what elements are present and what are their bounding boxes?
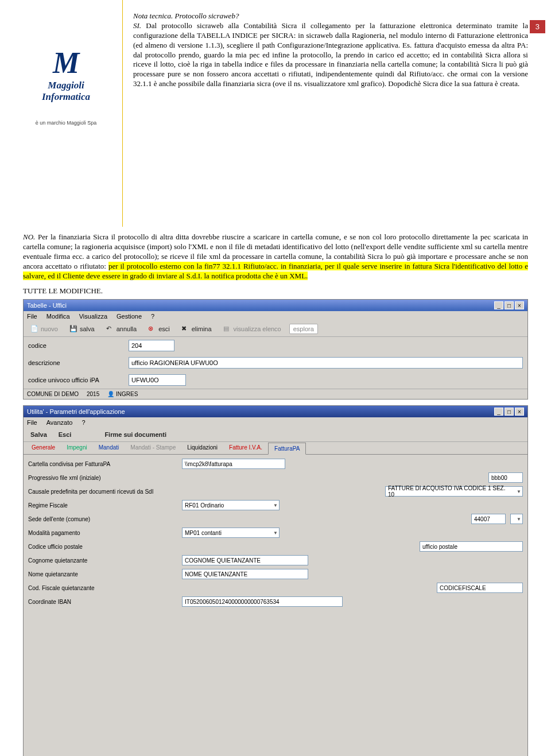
window-title: Tabelle - Uffici [27,302,67,309]
close-button[interactable]: × [515,408,524,416]
toolbar: Salva Esci Firme sui documenti [24,428,527,442]
tab-fatture-iva[interactable]: Fatture I.V.A. [223,442,268,454]
r2-input[interactable] [488,472,523,483]
r11-label: Coordinate IBAN [28,599,177,605]
r11-input[interactable] [182,596,343,607]
logo-brand: Maggioli Informatica [23,80,109,103]
exit-icon: ⊗ [148,325,156,333]
menu-modifica[interactable]: Modifica [46,313,70,320]
maximize-button[interactable]: □ [505,408,514,416]
r6-select[interactable]: MP01 contanti [182,528,280,538]
window-tabelle-uffici: Tabelle - Uffici _□× File Modifica Visua… [23,299,528,400]
status-anno: 2015 [87,391,99,397]
save-icon: 💾 [69,325,77,333]
esplora-button[interactable]: esplora [289,324,318,334]
r1-label: Cartella condivisa per FatturaPA [28,461,177,467]
titlebar: Tabelle - Uffici _□× [24,300,527,311]
esci-button[interactable]: ⊗esci [145,324,173,334]
esci-button[interactable]: Esci [55,430,75,439]
annulla-button[interactable]: ↶annulla [103,324,140,334]
page-number-badge: 3 [530,20,545,33]
menu-file[interactable]: File [27,313,37,320]
r5-lookup-button[interactable] [510,514,523,524]
titlebar: Utilita' - Parametri dell'applicazione _… [24,406,527,417]
tab-generale[interactable]: Generale [26,442,61,454]
window-controls: _□× [493,408,524,416]
new-icon: 📄 [30,325,38,333]
menu-help[interactable]: ? [151,313,154,320]
r1-input[interactable] [182,459,285,469]
list-icon: ▤ [223,325,231,333]
r4-label: Regime Fiscale [28,502,177,509]
close-button[interactable]: × [515,301,524,309]
r4-select[interactable]: RF01 Ordinario [182,500,280,510]
r10-label: Cod. Fiscale quietanzante [28,585,177,591]
r3-label: Causale predefinita per documenti ricevu… [28,489,177,495]
menu-gestione[interactable]: Gestione [117,313,142,320]
r6-label: Modalità pagamento [28,530,177,536]
r2-label: Progressivo file xml (iniziale) [28,475,177,481]
note-title: Nota tecnica. Protocollo sicraweb? [133,11,239,20]
elimina-button[interactable]: ✖elimina [178,324,215,334]
para1-text: Dal protocollo sicraweb alla Contabilità… [133,21,528,88]
visualizza-elenco-button[interactable]: ▤visualizza elenco [220,324,285,334]
r5-label: Sede dell'ente (comune) [28,516,177,522]
para2: NO. Per la finanziaria Sicra il protocol… [23,232,528,281]
undo-icon: ↶ [106,325,114,333]
tab-impegni[interactable]: Impegni [61,442,93,454]
menu-file[interactable]: File [27,419,37,426]
no-label: NO. [23,232,35,241]
logo-column: M Maggioli Informatica è un marchio Magg… [23,0,109,227]
window-parametri-applicazione: Utilita' - Parametri dell'applicazione _… [23,405,528,756]
r8-input[interactable] [182,555,308,565]
nuovo-button[interactable]: 📄nuovo [27,324,61,334]
logo-subtitle: è un marchio Maggioli Spa [23,120,109,126]
r10-input[interactable] [437,583,523,593]
codice-input[interactable] [129,340,174,351]
subhead-modifiche: TUTTE LE MODIFICHE. [23,286,528,296]
codice-label: codice [28,342,123,349]
tab-liquidazioni[interactable]: Liquidazioni [181,442,223,454]
descrizione-label: descrizione [28,359,123,366]
window-title: Utilita' - Parametri dell'applicazione [27,408,125,415]
r5-input[interactable] [471,514,506,524]
si-label: SI. [133,21,141,30]
r9-input[interactable] [182,569,308,579]
main-text-column: Nota tecnica. Protocollo sicraweb? SI. D… [133,0,528,227]
salva-button[interactable]: Salva [27,430,51,439]
menubar: File Modifica Visualizza Gestione ? [24,311,527,321]
r8-label: Cognome quietanzante [28,557,177,564]
menu-help[interactable]: ? [82,419,85,426]
tab-mandati[interactable]: Mandati [93,442,125,454]
window-controls: _□× [493,301,524,309]
salva-button[interactable]: 💾salva [66,324,98,334]
statusbar: COMUNE DI DEMO 2015 👤 INGRES [24,389,527,399]
maximize-button[interactable]: □ [505,301,514,309]
tab-strip: Generale Impegni Mandati Mandati - Stamp… [24,442,527,455]
menu-visualizza[interactable]: Visualizza [79,313,107,320]
vertical-rule [114,0,123,227]
tab-fatturapa[interactable]: FatturaPA [268,443,306,455]
menu-avanzato[interactable]: Avanzato [46,419,73,426]
r7-label: Codice ufficio postale [28,544,177,550]
minimize-button[interactable]: _ [494,408,503,416]
r3-select[interactable]: FATTURE DI ACQUISTO IVA CODICE 1 SEZ. 10 [385,486,523,497]
r9-label: Nome quietanzante [28,571,177,577]
toolbar: 📄nuovo 💾salva ↶annulla ⊗esci ✖elimina ▤v… [24,321,527,337]
menubar: File Avanzato ? [24,417,527,428]
ipa-input[interactable] [129,374,186,386]
logo-m-icon: M [23,46,109,80]
tab-mandati-stampe[interactable]: Mandati - Stampe [125,442,181,454]
ipa-label: codice univoco ufficio iPA [28,377,123,383]
status-user: 👤 INGRES [107,391,138,397]
descrizione-input[interactable] [129,357,523,369]
firme-button[interactable]: Firme sui documenti [101,430,170,439]
minimize-button[interactable]: _ [494,301,503,309]
r7-input[interactable] [420,541,523,552]
user-icon: 👤 [107,391,116,397]
blank-area [24,611,527,756]
delete-icon: ✖ [181,325,189,333]
status-ente: COMUNE DI DEMO [27,391,79,397]
